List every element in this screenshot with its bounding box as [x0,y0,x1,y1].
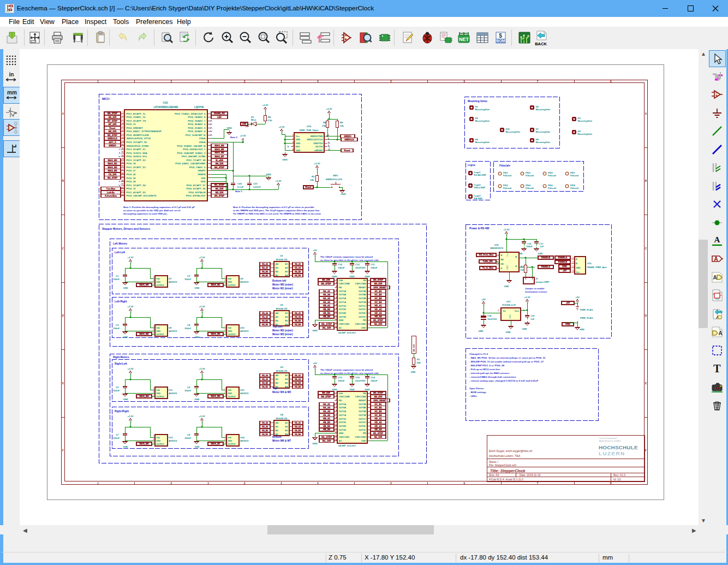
svg-text:Id: 1/1: Id: 1/1 [613,478,621,481]
svg-text:100nF: 100nF [113,437,120,439]
svg-text:M_nEN: M_nEN [216,159,223,162]
svg-text:GND: GND [312,442,317,445]
svg-text:+5V: +5V [563,269,567,272]
svg-text:U14: U14 [240,436,244,439]
svg-text:3: 3 [153,283,154,285]
svg-text:GND: GND [156,330,160,332]
svg-text:12: 12 [335,318,337,320]
svg-text:HSLU-DNP: HSLU-DNP [474,186,486,189]
svg-text:PIO1_8/CAPT_YL: PIO1_8/CAPT_YL [127,112,146,115]
svg-text:EA-DNP: EA-DNP [474,197,483,200]
svg-text:C2: C2 [187,275,190,277]
svg-text:M0_DIR: M0_DIR [322,278,330,281]
svg-text:C21: C21 [253,182,258,185]
svg-text:OUTPUT: OUTPUT [228,284,236,287]
svg-text:100nF: 100nF [338,266,345,269]
svg-text:HA_A4: HA_A4 [262,312,268,314]
svg-text:Fiducials: Fiducials [499,164,510,167]
svg-text:MAG_M0: MAG_M0 [139,283,149,286]
svg-text:21: 21 [121,183,123,185]
svg-text:HA_B2: HA_B2 [262,320,268,322]
svg-text:PIO0_9/CAPT_X6: PIO0_9/CAPT_X6 [186,187,206,190]
svg-text:1: 1 [572,257,574,259]
svg-text:AC: AC [339,439,342,442]
svg-text:RX_from_Bus: RX_from_Bus [479,253,494,256]
svg-text:HA_B3: HA_B3 [295,382,301,384]
svg-text:OUT4A: OUT4A [339,293,347,296]
svg-text:14: 14 [335,326,337,328]
svg-text:- BOM settings: - BOM settings [469,391,487,394]
svg-text:GND: GND [522,328,527,330]
svg-text:GND: GND [339,432,344,435]
svg-text:GND: GND [506,331,511,334]
svg-text:13: 13 [121,154,123,157]
svg-text:Motor M4 & M5: Motor M4 & M5 [272,391,291,394]
svg-text:HA_A4: HA_A4 [262,422,268,424]
svg-text:8: 8 [336,304,337,306]
svg-text:OUT4D: OUT4D [339,312,347,314]
svg-text:HA_A2: HA_A2 [323,301,331,304]
svg-text:PIO0_20/ADC_6: PIO0_20/ADC_6 [188,123,206,126]
svg-text:- internal pull-ups for MAG s: - internal pull-ups for MAG sensors [469,372,510,374]
svg-text:10: 10 [335,424,337,426]
svg-text:GND: GND [580,328,584,331]
svg-text:Fiducial: Fiducial [503,174,511,177]
svg-text:HB_B3: HB_B3 [323,425,331,427]
svg-text:Fiducial: Fiducial [548,174,556,177]
svg-text:11: 11 [122,147,124,150]
svg-text:KiCad E.D.A. kicad (5.1.2)-2: KiCad E.D.A. kicad (5.1.2)-2 [489,478,523,481]
svg-text:14: 14 [335,439,337,441]
svg-text:HD_A4: HD_A4 [374,428,382,431]
svg-text:HA_B2: HA_B2 [262,271,268,273]
svg-text:VREFN: VREFN [198,173,206,176]
svg-text:Applied Sciences and Arts: Applied Sciences and Arts [599,440,621,442]
svg-text:Fiducial: Fiducial [570,174,578,177]
svg-text:W1026-XX: W1026-XX [276,307,288,310]
svg-text:GND: GND [479,330,484,332]
svg-text:The 100nF ceramic capacitors m: The 100nF ceramic capacitors must be pla… [320,255,373,258]
svg-text:HB_A1: HB_A1 [323,417,331,420]
svg-text:HA_B4: HA_B4 [295,386,301,388]
svg-text:E: E [62,382,64,385]
svg-text:100nF: 100nF [113,327,120,330]
svg-text:termination resistor: termination resistor [525,290,547,293]
svg-text:CW/CCWA: CW/CCWA [355,395,366,398]
svg-text:F: F [62,449,64,452]
svg-text:100nF: 100nF [184,437,192,439]
svg-text:GND: GND [506,265,509,270]
svg-text:SWDIO: SWDIO [109,144,116,147]
svg-text:OUT2D: OUT2D [339,308,347,311]
svg-text:+3.3V: +3.3V [199,415,205,418]
svg-text:MountingHole: MountingHole [475,120,490,122]
svg-text:PIO0_13/ADC_10: PIO0_13/ADC_10 [127,116,146,118]
svg-text:X-from-Bus: X-from-Bus [105,194,117,197]
svg-text:PIO1_2/CAPT_X3: PIO1_2/CAPT_X3 [127,166,146,169]
svg-text:7: 7 [336,300,337,302]
svg-text:5: 5 [336,293,337,295]
svg-text:3: 3 [244,80,246,83]
svg-text:3: 3 [225,283,226,285]
svg-text:A1: A1 [285,374,288,377]
svg-text:PIO0_10/I2C0_SCL: PIO0_10/I2C0_SCL [127,155,148,158]
svg-text:A: A [576,258,577,260]
svg-text:6: 6 [464,482,466,485]
svg-text:HA_A4: HA_A4 [262,263,268,265]
svg-text:CS_DIR: CS_DIR [109,173,117,176]
svg-text:+3.3V: +3.3V [127,256,133,259]
svg-text:1: 1 [97,482,99,485]
svg-text:OUT4C: OUT4C [359,312,366,314]
svg-text:MAG_M6: MAG_M6 [139,442,149,445]
svg-text:HD_A1: HD_A1 [374,304,382,307]
svg-text:Stepper Motors, Drivers and Se: Stepper Motors, Drivers and Sensors [102,227,150,230]
svg-text:Bottom left: Bottom left [272,279,287,282]
svg-text:U9: U9 [169,326,172,329]
svg-text:TxRx_EN: TxRx_EN [483,260,493,263]
svg-text:7: 7 [336,413,337,415]
svg-text:6: 6 [464,80,466,83]
svg-text:OUT1A: OUT1A [339,414,347,417]
svg-text:HA_B1: HA_B1 [262,433,268,436]
svg-text:2: 2 [225,279,226,282]
svg-text:PIO0_18/ADC_8: PIO0_18/ADC_8 [188,116,206,118]
svg-text:GND: GND [365,388,369,391]
svg-text:+3.3V: +3.3V [326,108,332,110]
